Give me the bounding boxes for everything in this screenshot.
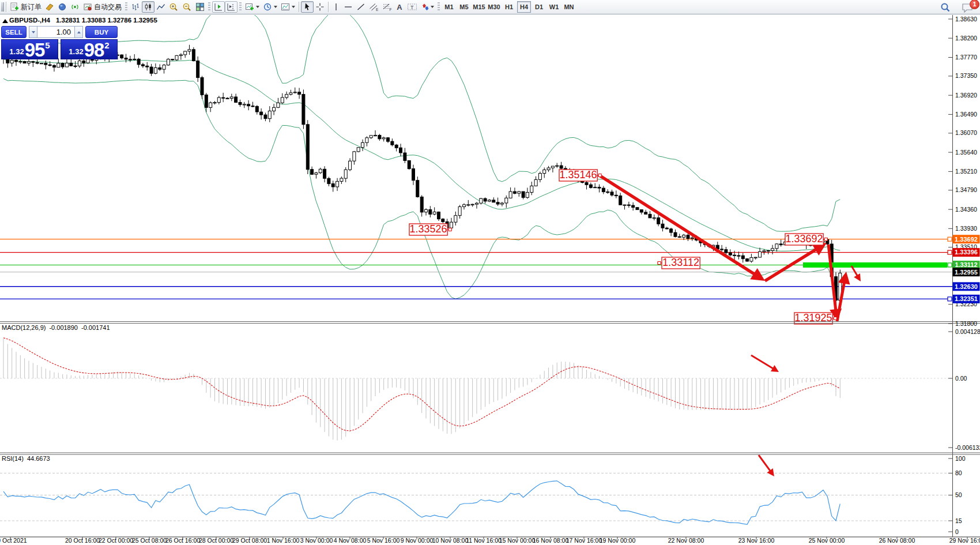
- vertical-line-icon: [332, 2, 340, 12]
- horizontal-line-icon: [344, 2, 353, 12]
- candlestick-chart-button[interactable]: [142, 1, 154, 13]
- timeframe-mn-button[interactable]: MN: [562, 1, 576, 13]
- zoom-out-button[interactable]: [180, 1, 194, 13]
- buy-price-sup: 2: [104, 40, 109, 50]
- svg-text:F: F: [390, 7, 392, 12]
- trend-arrow[interactable]: [751, 355, 776, 370]
- search-button[interactable]: [938, 2, 952, 13]
- timeframe-h4-button[interactable]: H4: [517, 1, 531, 13]
- price-axis-tick: 1.33930: [955, 225, 977, 232]
- new-order-label: 新订单: [21, 2, 42, 12]
- arrows-tool-icon: [421, 2, 429, 12]
- zoom-in-button[interactable]: [167, 1, 180, 13]
- signals-button[interactable]: [69, 1, 81, 13]
- vertical-line-tool-button[interactable]: [330, 1, 342, 13]
- timeframe-h1-button[interactable]: H1: [502, 1, 516, 13]
- fibonacci-tool-button[interactable]: F: [380, 1, 394, 13]
- ohlc-values: 1.32831 1.33083 1.32786 1.32955: [56, 17, 157, 24]
- text-tool-button[interactable]: A: [394, 1, 405, 13]
- timeframe-m5-button[interactable]: M5: [457, 1, 471, 13]
- fibonacci-icon: F: [382, 2, 392, 12]
- chart-title: GBPUSD-,H41.32831 1.33083 1.32786 1.3295…: [9, 17, 157, 24]
- chevron-up-icon: [77, 31, 81, 33]
- arrows-tool-dropdown-button[interactable]: [419, 1, 436, 13]
- toolbar-separator: [6, 2, 6, 12]
- macd-value2: -0.001741: [81, 324, 110, 331]
- cursor-tool-button[interactable]: [301, 1, 314, 13]
- trendline-tool-button[interactable]: [355, 1, 367, 13]
- time-axis-label: 19 Oct 2021: [0, 537, 27, 544]
- tile-windows-button[interactable]: [194, 1, 206, 13]
- text-tool-icon: A: [397, 3, 402, 12]
- strategy-tester-button[interactable]: [56, 1, 69, 13]
- sell-price-prefix: 1.32: [9, 47, 24, 56]
- timeframe-m30-button[interactable]: M30: [487, 1, 501, 13]
- toolbar-grip: [125, 2, 127, 12]
- chart-canvas[interactable]: 1.351461.335261.331121.336921.319251.386…: [0, 0, 980, 545]
- rsi-axis-tick: 0: [955, 528, 959, 535]
- price-axis-tick: 1.36920: [955, 92, 977, 99]
- strategy-tester-icon: [58, 2, 67, 12]
- timeframe-m1-button[interactable]: M1: [442, 1, 456, 13]
- price-badge-text: 1.33396: [955, 249, 978, 255]
- time-axis-label: 22 Oct 00:00: [99, 537, 133, 544]
- volume-stepper: [29, 26, 83, 38]
- bar-chart-button[interactable]: [129, 1, 142, 13]
- rsi-indicator-label: RSI(14)44.6673: [2, 455, 54, 462]
- rsi-name: RSI(14): [2, 455, 24, 462]
- volume-input[interactable]: [37, 26, 74, 38]
- new-chart-icon: [245, 2, 254, 12]
- notifications-button[interactable]: 1: [959, 2, 975, 13]
- time-axis-label: 26 Nov 08:00: [879, 537, 915, 544]
- sell-button[interactable]: SELL: [1, 26, 27, 38]
- rsi-value: 44.6673: [27, 455, 50, 462]
- sell-price-big: 95: [25, 42, 45, 58]
- line-chart-icon: [156, 2, 165, 12]
- zoom-out-icon: [182, 2, 192, 12]
- sell-price-display[interactable]: 1.32955: [1, 39, 58, 59]
- timeframe-d1-button[interactable]: D1: [532, 1, 546, 13]
- signals-icon: [70, 2, 80, 12]
- auto-scroll-button[interactable]: [212, 1, 225, 13]
- autotrading-button[interactable]: 自动交易: [81, 1, 123, 13]
- template-dropdown-button[interactable]: [279, 1, 297, 13]
- time-axis-label: 4 Nov 08:00: [334, 537, 367, 544]
- price-axis-tick: 1.38200: [955, 35, 977, 42]
- metaeditor-icon: [45, 2, 54, 12]
- new-order-button[interactable]: 新订单: [8, 1, 43, 13]
- highlight-zone[interactable]: [803, 262, 947, 268]
- price-badge-text: 1.32630: [955, 283, 978, 290]
- search-icon: [940, 2, 951, 13]
- crosshair-tool-button[interactable]: [314, 1, 326, 13]
- channel-tool-button[interactable]: E: [367, 1, 380, 13]
- volume-increase-button[interactable]: [74, 26, 83, 38]
- auto-scroll-icon: [214, 2, 223, 12]
- line-chart-button[interactable]: [154, 1, 167, 13]
- collapse-triangle-icon[interactable]: [2, 19, 8, 23]
- time-axis-label: 19 Nov 00:00: [600, 537, 636, 544]
- cursor-icon: [303, 2, 312, 12]
- price-axis-tick: 1.34360: [955, 206, 977, 213]
- time-axis-label: 25 Oct 08:00: [132, 537, 167, 544]
- rsi-axis-tick: 15: [955, 517, 962, 524]
- timeframe-w1-button[interactable]: W1: [547, 1, 561, 13]
- volume-decrease-button[interactable]: [29, 26, 37, 38]
- time-axis-label: 29 Oct 08:00: [232, 537, 267, 544]
- timeframe-m15-button[interactable]: M15: [472, 1, 486, 13]
- timeframe-group: M1M5M15M30H1H4D1W1MN: [442, 1, 576, 13]
- horizontal-line-tool-button[interactable]: [342, 1, 355, 13]
- macd-indicator-label: MACD(12,26,9)-0.001890-0.001741: [2, 324, 114, 331]
- bollinger-bands: [3, 9, 840, 301]
- buy-button[interactable]: BUY: [85, 26, 118, 38]
- price-annotation-text: 1.33692: [786, 233, 823, 245]
- time-axis-label: 20 Oct 16:00: [65, 537, 100, 544]
- buy-price-display[interactable]: 1.32982: [61, 39, 118, 59]
- new-chart-dropdown-button[interactable]: [243, 1, 261, 13]
- label-tool-button[interactable]: T: [405, 1, 419, 13]
- period-dropdown-button[interactable]: [261, 1, 279, 13]
- price-badge-text: 1.32955: [955, 269, 978, 276]
- metaeditor-button[interactable]: [43, 1, 56, 13]
- macd-axis-tick: -0.006132: [955, 444, 980, 451]
- chart-shift-button[interactable]: [225, 1, 238, 13]
- autotrading-label: 自动交易: [94, 2, 122, 12]
